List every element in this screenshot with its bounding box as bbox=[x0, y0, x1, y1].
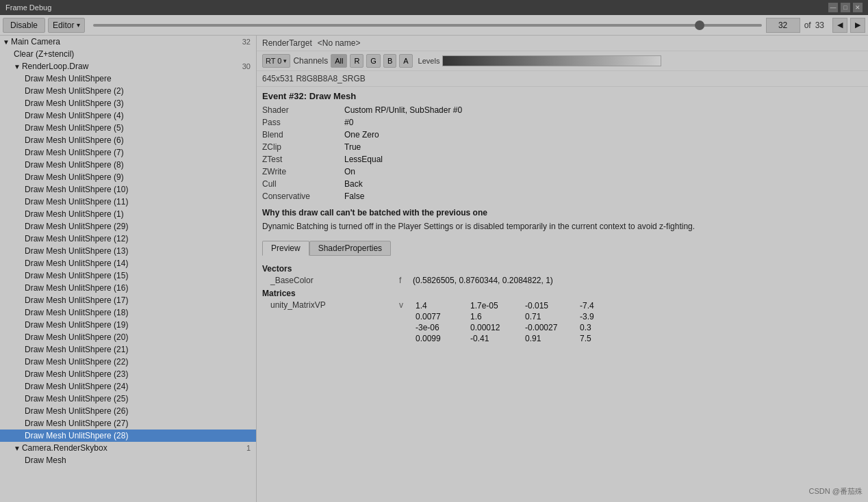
tree-item-13[interactable]: Draw Mesh UnlitShpere (11) bbox=[0, 196, 256, 208]
frame-slider-thumb[interactable] bbox=[695, 21, 704, 30]
render-target-label: RenderTarget bbox=[262, 38, 312, 48]
tree-item-label: Draw Mesh UnlitShpere (26) bbox=[25, 406, 253, 416]
channel-a-button[interactable]: A bbox=[399, 54, 412, 68]
tree-item-10[interactable]: Draw Mesh UnlitShpere (8) bbox=[0, 159, 256, 171]
frame-total: 33 bbox=[815, 21, 824, 30]
tree-item-14[interactable]: Draw Mesh UnlitShpere (1) bbox=[0, 208, 256, 220]
tree-item-4[interactable]: Draw Mesh UnlitShpere (2) bbox=[0, 85, 256, 97]
tree-item-label: Draw Mesh UnlitShpere (21) bbox=[25, 345, 253, 354]
tree-item-11[interactable]: Draw Mesh UnlitShpere (9) bbox=[0, 171, 256, 183]
tree-item-label: Draw Mesh UnlitShpere (29) bbox=[25, 222, 253, 231]
left-panel: ▼Main Camera32Clear (Z+stencil)▼RenderLo… bbox=[0, 36, 257, 502]
close-icon[interactable]: ✕ bbox=[853, 3, 863, 12]
tree-item-27[interactable]: Draw Mesh UnlitShpere (23) bbox=[0, 368, 256, 380]
channel-r-button[interactable]: R bbox=[350, 54, 363, 68]
frame-number[interactable]: 32 bbox=[766, 18, 800, 33]
matrix-cell-0-0: 1.4 bbox=[413, 300, 468, 311]
tree-item-25[interactable]: Draw Mesh UnlitShpere (21) bbox=[0, 343, 256, 356]
title-bar-controls: — □ ✕ bbox=[828, 3, 863, 12]
detail-val-0: Custom RP/Unlit, SubShader #0 bbox=[344, 105, 462, 115]
tree-item-label: Draw Mesh UnlitShpere (12) bbox=[25, 234, 253, 243]
tree-item-label: Draw Mesh UnlitShpere (19) bbox=[25, 320, 253, 330]
detail-key-4: ZTest bbox=[262, 155, 344, 164]
tree-item-6[interactable]: Draw Mesh UnlitShpere (4) bbox=[0, 109, 256, 122]
tree-item-16[interactable]: Draw Mesh UnlitShpere (12) bbox=[0, 233, 256, 245]
editor-dropdown[interactable]: Editor bbox=[48, 18, 85, 33]
rt-dropdown[interactable]: RT 0 bbox=[262, 54, 290, 68]
tree-item-label: Draw Mesh UnlitShpere (20) bbox=[25, 332, 253, 342]
tree-item-9[interactable]: Draw Mesh UnlitShpere (7) bbox=[0, 146, 256, 159]
tree-item-label: Draw Mesh UnlitShpere (10) bbox=[25, 185, 253, 194]
tree-item-22[interactable]: Draw Mesh UnlitShpere (18) bbox=[0, 306, 256, 319]
channel-b-button[interactable]: B bbox=[383, 54, 396, 68]
maximize-icon[interactable]: □ bbox=[841, 3, 850, 12]
detail-row-0: ShaderCustom RP/Unlit, SubShader #0 bbox=[262, 104, 863, 116]
tree-item-21[interactable]: Draw Mesh UnlitShpere (17) bbox=[0, 294, 256, 306]
tree-item-32[interactable]: Draw Mesh UnlitShpere (28) bbox=[0, 430, 256, 442]
tree-item-label: Draw Mesh UnlitShpere (18) bbox=[25, 308, 253, 317]
tree-item-7[interactable]: Draw Mesh UnlitShpere (5) bbox=[0, 122, 256, 134]
tree-item-15[interactable]: Draw Mesh UnlitShpere (29) bbox=[0, 220, 256, 233]
nav-next-button[interactable]: ▶ bbox=[850, 18, 865, 33]
minimize-icon[interactable]: — bbox=[828, 3, 838, 12]
tree-item-28[interactable]: Draw Mesh UnlitShpere (24) bbox=[0, 380, 256, 393]
tree-item-2[interactable]: ▼RenderLoop.Draw30 bbox=[0, 60, 256, 72]
tree-item-26[interactable]: Draw Mesh UnlitShpere (22) bbox=[0, 356, 256, 368]
tree-item-5[interactable]: Draw Mesh UnlitShpere (3) bbox=[0, 97, 256, 109]
tree-item-30[interactable]: Draw Mesh UnlitShpere (26) bbox=[0, 405, 256, 417]
event-header: Event #32: Draw Mesh bbox=[257, 87, 868, 104]
tree-item-24[interactable]: Draw Mesh UnlitShpere (20) bbox=[0, 331, 256, 343]
tree-item-label: Draw Mesh UnlitShpere (25) bbox=[25, 394, 253, 404]
tree-item-29[interactable]: Draw Mesh UnlitShpere (25) bbox=[0, 393, 256, 405]
nav-prev-button[interactable]: ◀ bbox=[832, 18, 847, 33]
levels-label: Levels bbox=[418, 57, 440, 65]
frame-slider-track[interactable] bbox=[93, 24, 761, 27]
tree-item-label: Clear (Z+stencil) bbox=[14, 49, 253, 59]
right-panel: RenderTarget <No name> RT 0 Channels All… bbox=[257, 36, 868, 502]
frame-slider-area: 32 of 33 bbox=[93, 18, 824, 33]
tree-item-12[interactable]: Draw Mesh UnlitShpere (10) bbox=[0, 183, 256, 196]
basecolor-name: _BaseColor bbox=[262, 276, 399, 285]
disable-button[interactable]: Disable bbox=[3, 18, 45, 33]
batching-warning: Why this draw call can't be batched with… bbox=[257, 202, 868, 235]
levels-bar bbox=[442, 55, 661, 66]
tree-item-19[interactable]: Draw Mesh UnlitShpere (15) bbox=[0, 269, 256, 282]
tree-item-20[interactable]: Draw Mesh UnlitShpere (16) bbox=[0, 282, 256, 294]
watermark: CSDN @番茄殊 bbox=[809, 486, 863, 497]
tree-item-label: Draw Mesh bbox=[25, 455, 253, 465]
tree-item-18[interactable]: Draw Mesh UnlitShpere (14) bbox=[0, 257, 256, 269]
title-bar-title: Frame Debug bbox=[5, 3, 51, 12]
tree-item-0[interactable]: ▼Main Camera32 bbox=[0, 36, 256, 48]
channel-g-button[interactable]: G bbox=[366, 54, 381, 68]
tree-arrow: ▼ bbox=[3, 38, 10, 46]
matrix-cell-0-1: 1.7e-05 bbox=[468, 300, 522, 311]
tree-item-23[interactable]: Draw Mesh UnlitShpere (19) bbox=[0, 319, 256, 331]
batching-warn-title: Why this draw call can't be batched with… bbox=[262, 208, 863, 217]
render-target-name: <No name> bbox=[318, 38, 361, 48]
preview-tab-1[interactable]: ShaderProperties bbox=[309, 241, 391, 256]
basecolor-row: _BaseColor f (0.5826505, 0.8760344, 0.20… bbox=[262, 275, 863, 286]
matrix-cell-3-0: 0.0099 bbox=[413, 333, 468, 344]
matrix-cell-2-3: 0.3 bbox=[577, 322, 632, 333]
channel-all-button[interactable]: All bbox=[331, 54, 347, 68]
matrix-cell-1-0: 0.0077 bbox=[413, 311, 468, 322]
detail-val-5: On bbox=[344, 167, 355, 176]
tree-item-label: Draw Mesh UnlitShpere (27) bbox=[25, 419, 253, 428]
tree-item-label: Draw Mesh UnlitShpere (4) bbox=[25, 111, 253, 120]
matrix-cell-3-2: 0.91 bbox=[522, 333, 577, 344]
tree-item-label: Camera.RenderSkybox bbox=[22, 443, 246, 453]
tree-item-34[interactable]: Draw Mesh bbox=[0, 454, 256, 466]
shader-properties: Vectors _BaseColor f (0.5826505, 0.87603… bbox=[257, 259, 868, 347]
detail-row-3: ZClipTrue bbox=[262, 141, 863, 153]
tree-item-label: Draw Mesh UnlitShpere (28) bbox=[25, 431, 253, 440]
tree-item-3[interactable]: Draw Mesh UnlitShpere bbox=[0, 72, 256, 85]
preview-tab-0[interactable]: Preview bbox=[262, 241, 309, 256]
batching-warn-body: Dynamic Batching is turned off in the Pl… bbox=[262, 220, 863, 233]
tree-item-num: 1 bbox=[246, 444, 251, 452]
tree-item-31[interactable]: Draw Mesh UnlitShpere (27) bbox=[0, 417, 256, 430]
detail-row-7: ConservativeFalse bbox=[262, 190, 863, 202]
tree-item-33[interactable]: ▼Camera.RenderSkybox1 bbox=[0, 442, 256, 454]
tree-item-1[interactable]: Clear (Z+stencil) bbox=[0, 48, 256, 60]
tree-item-8[interactable]: Draw Mesh UnlitShpere (6) bbox=[0, 134, 256, 146]
tree-item-17[interactable]: Draw Mesh UnlitShpere (13) bbox=[0, 245, 256, 257]
